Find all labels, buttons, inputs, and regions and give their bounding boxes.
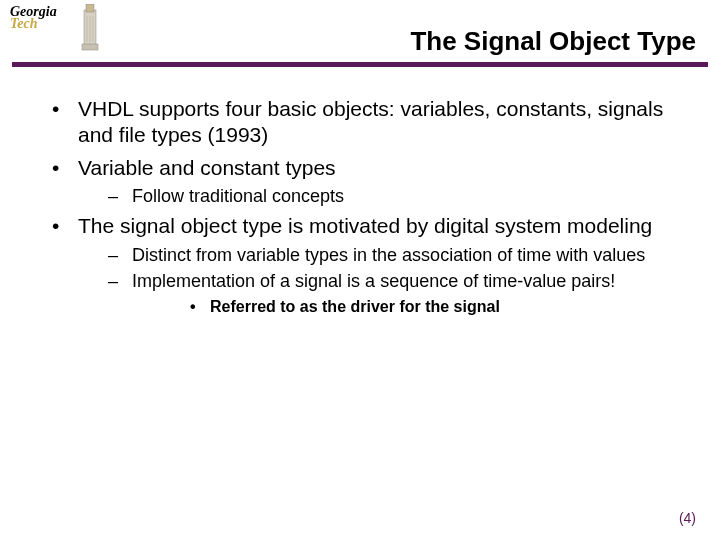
slide-header: Georgia Tech The Signal Object Type	[0, 0, 720, 72]
page-number: (4)	[679, 510, 696, 526]
sub-bullet-text: Follow traditional concepts	[132, 186, 344, 206]
sub-sub-bullet-item: Referred to as the driver for the signal	[132, 297, 690, 317]
slide-content: VHDL supports four basic objects: variab…	[46, 96, 690, 323]
bullet-item: VHDL supports four basic objects: variab…	[46, 96, 690, 149]
slide-title: The Signal Object Type	[410, 26, 696, 57]
sub-bullet-text: Distinct from variable types in the asso…	[132, 245, 645, 265]
svg-rect-2	[82, 44, 98, 50]
bullet-text: Variable and constant types	[78, 156, 336, 179]
sub-bullet-text: Implementation of a signal is a sequence…	[132, 271, 615, 291]
sub-bullet-item: Distinct from variable types in the asso…	[78, 244, 690, 267]
sub-bullet-item: Implementation of a signal is a sequence…	[78, 270, 690, 317]
svg-rect-1	[86, 4, 94, 12]
bullet-item: Variable and constant types Follow tradi…	[46, 155, 690, 208]
georgia-tech-logo: Georgia Tech	[10, 4, 100, 54]
bullet-item: The signal object type is motivated by d…	[46, 213, 690, 316]
bullet-text: VHDL supports four basic objects: variab…	[78, 97, 663, 146]
sub-bullet-item: Follow traditional concepts	[78, 185, 690, 208]
sub-sub-bullet-text: Referred to as the driver for the signal	[210, 298, 500, 315]
title-underline	[12, 62, 708, 67]
bullet-text: The signal object type is motivated by d…	[78, 214, 652, 237]
tech-tower-icon	[72, 4, 108, 52]
logo-line2: Tech	[10, 16, 37, 31]
logo-text: Georgia Tech	[10, 6, 57, 30]
